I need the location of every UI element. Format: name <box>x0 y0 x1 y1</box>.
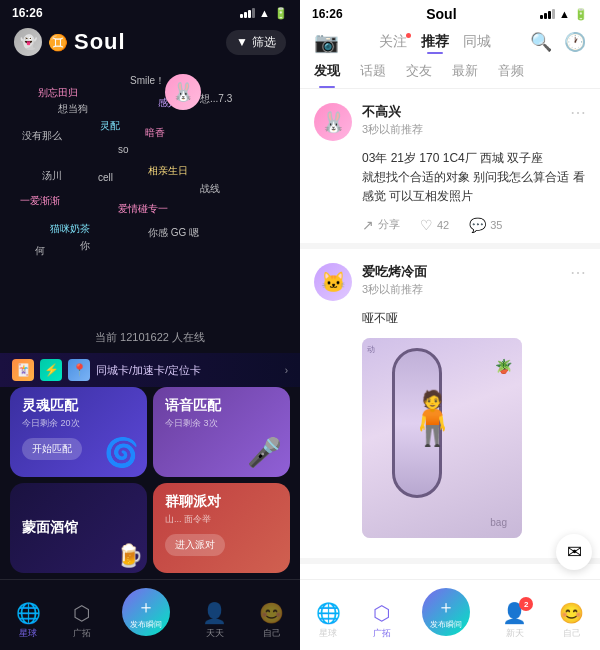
soul-logo-left: Soul <box>74 29 126 55</box>
right-nav-guangtuo-label: 广拓 <box>373 627 391 640</box>
left-publish-btn[interactable]: ＋ 发布瞬间 <box>122 588 170 636</box>
left-header-left: 👻 ♊ Soul <box>14 28 126 56</box>
discovery-tabs: 发现 话题 交友 最新 音频 <box>300 62 600 89</box>
voice-match-card[interactable]: 语音匹配 今日剩余 3次 🎤 <box>153 387 290 477</box>
card-icon-orange: 🃏 <box>12 359 34 381</box>
left-nav-publish[interactable]: ＋ 发布瞬间 <box>122 588 170 640</box>
post-comment-1[interactable]: 💬 35 <box>469 217 502 233</box>
bubble-2: 想当狗 <box>58 102 88 116</box>
filter-button[interactable]: ▼ 筛选 <box>226 30 286 55</box>
post-avatar-2[interactable]: 🐱 <box>314 263 352 301</box>
right-signal-icon <box>540 9 555 19</box>
soul-match-emoji: 🌀 <box>104 436 139 469</box>
right-nav-guangtuo[interactable]: ⬡ 广拓 <box>373 601 391 640</box>
right-header: 📷 关注 推荐 同城 🔍 🕐 <box>300 26 600 62</box>
right-nav-publish[interactable]: ＋ 发布瞬间 <box>422 588 470 640</box>
tab-recommend[interactable]: 推荐 <box>421 33 449 51</box>
post-header-2: 🐱 爱吃烤冷面 3秒以前推荐 ⋯ <box>314 263 586 301</box>
left-nav-self-label: 自己 <box>263 627 281 640</box>
disc-tab-latest[interactable]: 最新 <box>452 62 478 88</box>
feed: 🐰 不高兴 3秒以前推荐 ⋯ 03年 21岁 170 1C4厂 西城 双子座就想… <box>300 89 600 579</box>
history-icon[interactable]: 🕐 <box>564 31 586 53</box>
right-nav-xintian-label: 新天 <box>506 627 524 640</box>
right-nav-self[interactable]: 😊 自己 <box>559 601 584 640</box>
left-nav-xingqiu[interactable]: 🌐 星球 <box>16 601 41 640</box>
camera-icon[interactable]: 📷 <box>314 30 339 54</box>
wifi-icon: ▲ <box>259 7 270 19</box>
card-arrow: › <box>285 365 288 376</box>
left-nav-guangbo[interactable]: ⬡ 广拓 <box>73 601 91 640</box>
post-avatar-1[interactable]: 🐰 <box>314 103 352 141</box>
left-nav-tiantian[interactable]: 👤 天天 <box>202 601 227 640</box>
post-like-1[interactable]: ♡ 42 <box>420 217 449 233</box>
disc-tab-audio[interactable]: 音频 <box>498 62 524 88</box>
post-share-1[interactable]: ↗ 分享 <box>362 217 400 233</box>
post-more-2[interactable]: ⋯ <box>570 263 586 282</box>
right-publish-btn[interactable]: ＋ 发布瞬间 <box>422 588 470 636</box>
bubble-16: 你 <box>80 239 90 253</box>
left-bottom-nav: 🌐 星球 ⬡ 广拓 ＋ 发布瞬间 👤 天天 😊 自己 <box>0 579 300 650</box>
left-nav-self[interactable]: 😊 自己 <box>259 601 284 640</box>
avatar-bubble-1: 🐰 <box>165 74 201 110</box>
bubble-12: 爱情碰专一 <box>118 202 168 216</box>
galaxy-area: Smile！ 别忘田归 想当狗 感人 想...7.3 灵配 没有那么 暗香 so… <box>0 64 300 353</box>
right-bottom-nav: 🌐 星球 ⬡ 广拓 ＋ 发布瞬间 👤 新天 2 😊 自己 <box>300 579 600 650</box>
right-nav-xingqiu[interactable]: 🌐 星球 <box>316 601 341 640</box>
bubble-7: 暗香 <box>145 126 165 140</box>
bubble-9: 相亲生日 <box>148 164 188 178</box>
group-party-title: 群聊派对 <box>165 493 278 511</box>
right-app-title: Soul <box>426 6 456 22</box>
ghost-avatar[interactable]: 👻 <box>14 28 42 56</box>
right-nav-xingqiu-label: 星球 <box>319 627 337 640</box>
like-icon: ♡ <box>420 217 433 233</box>
post-content-2: 哑不哑 <box>362 309 586 328</box>
card-icon-blue: 📍 <box>68 359 90 381</box>
bubble-15: 何 <box>35 244 45 258</box>
search-icon[interactable]: 🔍 <box>530 31 552 53</box>
disc-tab-topic[interactable]: 话题 <box>360 62 386 88</box>
mask-bar-card[interactable]: 蒙面酒馆 🍺 <box>10 483 147 573</box>
bubble-8: 汤川 <box>42 169 62 183</box>
comment-count-1: 35 <box>490 219 502 231</box>
bubble-14: 你感 GG 嗯 <box>148 226 199 240</box>
left-status-bar: 16:26 ▲ 🔋 <box>0 0 300 24</box>
card-strip[interactable]: 🃏 ⚡ 📍 同城卡/加速卡/定位卡 › <box>0 353 300 387</box>
tab-follow[interactable]: 关注 <box>379 33 407 51</box>
left-time: 16:26 <box>12 6 43 20</box>
bubble-13: 猫咪奶茶 <box>50 222 90 236</box>
post-content-1: 03年 21岁 170 1C4厂 西城 双子座就想找个合适的对象 别问我怎么算合… <box>362 149 586 207</box>
group-party-btn[interactable]: 进入派对 <box>165 534 225 556</box>
group-party-sub: 山... 面令举 <box>165 513 278 526</box>
right-header-icons: 🔍 🕐 <box>530 31 586 53</box>
disc-tab-friend[interactable]: 交友 <box>406 62 432 88</box>
bubble-10: 一爱渐渐 <box>20 194 60 208</box>
bubble-smile: Smile！ <box>130 74 165 88</box>
post-actions-1: ↗ 分享 ♡ 42 💬 35 <box>362 217 586 233</box>
right-nav-guangtuo-icon: ⬡ <box>373 601 390 625</box>
online-count: 当前 12101622 人在线 <box>0 326 300 349</box>
gemini-icon: ♊ <box>48 33 68 52</box>
bubble-cell: cell <box>98 172 113 183</box>
right-publish-label: 发布瞬间 <box>430 619 462 630</box>
post-more-1[interactable]: ⋯ <box>570 103 586 122</box>
left-nav-tiantian-label: 天天 <box>206 627 224 640</box>
share-label: 分享 <box>378 217 400 232</box>
right-wifi-icon: ▲ <box>559 8 570 20</box>
group-party-card[interactable]: 群聊派对 山... 面令举 进入派对 <box>153 483 290 573</box>
post-name-1: 不高兴 <box>362 103 560 121</box>
left-nav-guangbo-icon: ⬡ <box>73 601 90 625</box>
soul-match-btn[interactable]: 开始匹配 <box>22 438 82 460</box>
right-nav-xintian[interactable]: 👤 新天 2 <box>502 601 527 640</box>
post-meta-1: 不高兴 3秒以前推荐 <box>362 103 560 137</box>
filter-label: 筛选 <box>252 34 276 51</box>
right-header-tabs: 关注 推荐 同城 <box>379 33 491 51</box>
left-nav-xingqiu-icon: 🌐 <box>16 601 41 625</box>
disc-tab-discover[interactable]: 发现 <box>314 62 340 88</box>
soul-match-card[interactable]: 灵魂匹配 今日剩余 20次 开始匹配 🌀 <box>10 387 147 477</box>
mail-float-button[interactable]: ✉ <box>556 534 592 570</box>
post-time-2: 3秒以前推荐 <box>362 282 560 297</box>
tab-nearby[interactable]: 同城 <box>463 33 491 51</box>
right-nav-self-label: 自己 <box>563 627 581 640</box>
left-nav-guangbo-label: 广拓 <box>73 627 91 640</box>
mask-bar-emoji: 🍺 <box>116 543 143 569</box>
